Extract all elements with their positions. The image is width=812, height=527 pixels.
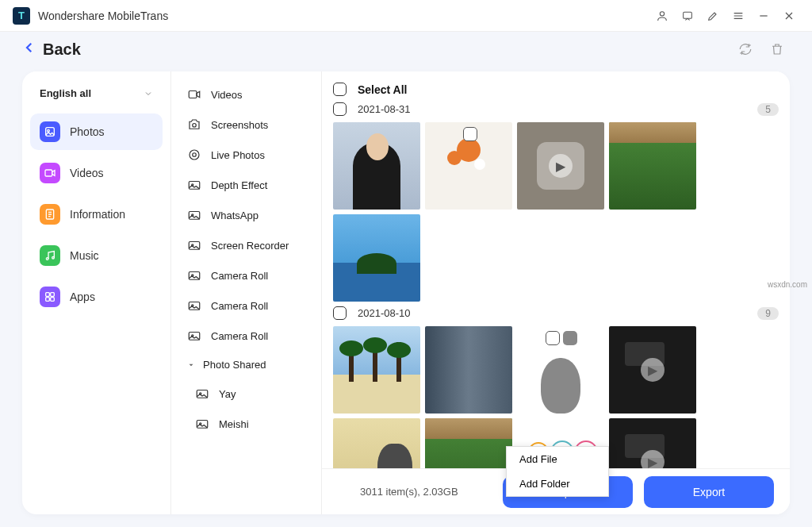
group-count: 5 (757, 103, 779, 116)
category-music[interactable]: Music (30, 237, 163, 274)
thumbnail[interactable] (609, 122, 696, 210)
videos-icon (40, 163, 60, 183)
content-area: Select All 2021-08-315▶2021-08-109▶▶2021… (322, 71, 790, 514)
subcategory-list: VideosScreenshotsLive PhotosDepth Effect… (171, 71, 322, 514)
back-row: Back (0, 32, 812, 67)
sub-videos-0[interactable]: Videos (176, 79, 316, 110)
svg-rect-4 (45, 170, 52, 176)
svg-point-6 (46, 258, 48, 260)
music-icon (40, 245, 60, 266)
menu-icon[interactable] (728, 6, 749, 26)
back-label[interactable]: Back (43, 40, 726, 59)
svg-rect-12 (189, 91, 197, 98)
svg-point-3 (48, 129, 50, 132)
category-videos[interactable]: Videos (30, 155, 163, 191)
main-panel: English all PhotosVideosInformationMusic… (22, 71, 790, 514)
group-date: 2021-08-31 (358, 103, 411, 115)
play-icon: ▶ (641, 450, 665, 468)
sub-live-photos-2[interactable]: Live Photos (176, 140, 316, 170)
svg-rect-1 (684, 12, 692, 18)
edit-icon[interactable] (703, 6, 723, 26)
category-apps[interactable]: Apps (30, 279, 163, 315)
thumbnail[interactable] (425, 418, 512, 468)
close-button[interactable] (779, 6, 799, 26)
svg-point-0 (660, 11, 664, 15)
svg-rect-11 (51, 298, 55, 302)
sub-whatsapp-4[interactable]: WhatsApp (176, 200, 316, 230)
thumbnail-scroll[interactable]: Select All 2021-08-315▶2021-08-109▶▶2021… (322, 71, 790, 468)
thumbnail[interactable] (333, 122, 420, 210)
thumbnail[interactable] (425, 122, 512, 210)
play-icon: ▶ (549, 154, 573, 178)
photos-icon (40, 121, 60, 142)
sub-screen-recorder-5[interactable]: Screen Recorder (176, 230, 316, 260)
sub-depth-effect-3[interactable]: Depth Effect (176, 170, 316, 200)
delete-icon[interactable] (764, 37, 790, 62)
item-stats: 3011 item(s), 2.03GB (338, 486, 492, 498)
app-logo-icon: T (13, 7, 30, 25)
group-checkbox[interactable] (333, 306, 347, 320)
thumbnail[interactable] (333, 326, 420, 414)
sub-group-label: Photo Shared (203, 359, 266, 371)
import-context-menu: Add File Add Folder (506, 446, 609, 497)
apps-icon (40, 287, 60, 307)
thumbnail[interactable] (333, 418, 420, 468)
select-all-label: Select All (358, 83, 408, 96)
feedback-icon[interactable] (677, 6, 698, 26)
thumbnail[interactable]: ▶ (609, 326, 696, 414)
thumbnail[interactable] (425, 326, 512, 414)
sub-group-header[interactable]: Photo Shared (176, 351, 316, 379)
select-all-checkbox[interactable] (333, 83, 347, 96)
svg-point-15 (193, 153, 197, 157)
menu-add-folder[interactable]: Add Folder (507, 471, 608, 496)
sub-camera-roll-6[interactable]: Camera Roll (176, 260, 316, 290)
date-group-header: 2021-08-109 (333, 306, 779, 320)
sub-camera-roll-8[interactable]: Camera Roll (176, 321, 316, 351)
svg-rect-10 (46, 298, 50, 302)
svg-rect-9 (51, 293, 55, 297)
svg-rect-8 (46, 293, 50, 297)
app-title: Wondershare MobileTrans (38, 10, 647, 22)
triangle-down-icon (187, 361, 195, 369)
minimize-button[interactable] (753, 6, 774, 26)
svg-point-13 (193, 124, 197, 128)
language-selector[interactable]: English all (30, 83, 163, 104)
language-label: English all (40, 87, 91, 99)
category-information[interactable]: Information (30, 196, 163, 233)
sub-screenshots-1[interactable]: Screenshots (176, 110, 316, 140)
thumbnail[interactable]: ▶ (609, 418, 696, 468)
watermark: wsxdn.com (768, 280, 807, 289)
category-photos[interactable]: Photos (30, 113, 163, 150)
play-icon: ▶ (641, 358, 665, 382)
category-sidebar: English all PhotosVideosInformationMusic… (22, 71, 171, 514)
user-icon[interactable] (652, 6, 672, 26)
group-count: 9 (757, 307, 779, 320)
sub-shared-meishi[interactable]: Meishi (176, 409, 316, 439)
refresh-icon[interactable] (733, 37, 758, 62)
export-button[interactable]: Export (644, 476, 774, 508)
svg-point-7 (52, 256, 55, 259)
titlebar: T Wondershare MobileTrans (0, 0, 812, 32)
svg-rect-2 (46, 128, 55, 137)
group-date: 2021-08-10 (358, 307, 411, 319)
svg-point-14 (190, 150, 199, 160)
date-group-header: 2021-08-315 (333, 102, 779, 116)
back-chevron-icon[interactable] (22, 40, 36, 58)
thumbnail[interactable]: ▶ (517, 122, 604, 210)
thumbnail[interactable] (333, 214, 420, 302)
menu-add-file[interactable]: Add File (507, 447, 608, 471)
thumbnail[interactable] (517, 326, 604, 414)
sub-camera-roll-7[interactable]: Camera Roll (176, 290, 316, 321)
chevron-down-icon (144, 89, 153, 98)
sub-shared-yay[interactable]: Yay (176, 379, 316, 409)
group-checkbox[interactable] (333, 102, 347, 116)
thumbnail-grid: ▶ (333, 122, 779, 302)
information-icon (40, 204, 60, 225)
select-all-row: Select All (333, 83, 779, 96)
